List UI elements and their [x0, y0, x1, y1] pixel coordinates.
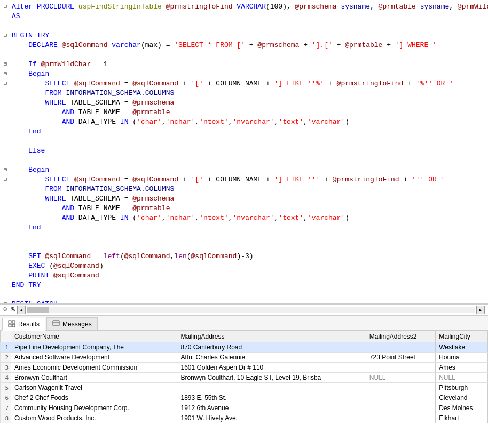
line-content: DECLARE @sqlCommand varchar(max) = 'SELE… [11, 41, 488, 50]
collapse-gutter[interactable]: ⊟ [0, 175, 11, 185]
table-cell: 1901 W. Hively Ave. [177, 413, 366, 423]
code-line [0, 137, 488, 146]
tab-messages[interactable]: Messages [46, 317, 98, 330]
line-content: BEGIN CATCH [11, 300, 488, 304]
collapse-gutter[interactable]: ⊟ [0, 79, 11, 89]
code-line: AND TABLE_NAME = @prmtable [0, 204, 488, 213]
table-cell: Ames [436, 363, 488, 373]
row-num-header [1, 331, 11, 342]
code-line: ⊟ Begin [0, 165, 488, 175]
collapse-gutter[interactable]: ⊟ [0, 69, 11, 79]
results-table: CustomerNameMailingAddressMailingAddress… [0, 331, 488, 423]
code-line: AND DATA_TYPE IN ('char','nchar','ntext'… [0, 213, 488, 223]
tabs-bar: ResultsMessages [0, 316, 488, 331]
row-number: 1 [1, 342, 11, 353]
table-row[interactable]: 7Community Housing Development Corp.1912… [1, 403, 488, 413]
code-line: WHERE TABLE_SCHEMA = @prmschema [0, 98, 488, 108]
code-editor[interactable]: ⊟Alter PROCEDURE uspFindStringInTable @p… [0, 0, 488, 304]
svg-rect-0 [9, 321, 11, 323]
code-line: End [0, 127, 488, 137]
table-cell: 1893 E. 55th St. [177, 393, 366, 403]
line-content: BEGIN TRY [11, 31, 488, 41]
table-cell [366, 393, 435, 403]
line-content: Begin [11, 69, 488, 79]
horizontal-scrollbar[interactable]: ◀ ▶ [17, 306, 485, 314]
row-number: 2 [1, 353, 11, 363]
column-header: MailingAddress [177, 331, 366, 342]
table-cell: Pittsburgh [436, 383, 488, 393]
table-cell: NULL [436, 373, 488, 383]
table-header: CustomerNameMailingAddressMailingAddress… [1, 331, 488, 342]
line-content: Begin [11, 165, 488, 175]
line-content: AND DATA_TYPE IN ('char','nchar','ntext'… [11, 213, 488, 223]
collapse-gutter[interactable]: ⊟ [0, 31, 11, 41]
results-area[interactable]: CustomerNameMailingAddressMailingAddress… [0, 331, 488, 448]
line-content: AND TABLE_NAME = @prmtable [11, 108, 488, 117]
code-line: ⊟ SELECT @sqlCommand = @sqlCommand + '['… [0, 175, 488, 185]
zoom-level: 0 % [3, 306, 15, 314]
table-cell [366, 363, 435, 373]
table-cell [366, 413, 435, 423]
svg-rect-2 [9, 324, 11, 327]
line-content: AND DATA_TYPE IN ('char','nchar','ntext'… [11, 117, 488, 127]
code-line: ⊟ If @prmWildChar = 1 [0, 60, 488, 69]
line-content: PRINT @sqlCommand [11, 271, 488, 281]
status-bar: 0 % ◀ ▶ [0, 304, 488, 316]
table-row[interactable]: 6Chef 2 Chef Foods1893 E. 55th St.Clevel… [1, 393, 488, 403]
code-line [0, 156, 488, 165]
table-cell [366, 383, 435, 393]
code-line [0, 290, 488, 300]
scroll-left-btn[interactable]: ◀ [17, 306, 26, 314]
table-cell [177, 383, 366, 393]
line-content: SET @sqlCommand = left(@sqlCommand,len(@… [11, 252, 488, 261]
table-body: 1Pipe Line Development Company, The870 C… [1, 342, 488, 423]
table-row[interactable]: 8Custom Wood Products, Inc.1901 W. Hivel… [1, 413, 488, 423]
line-content: EXEC (@sqlCommand) [11, 261, 488, 271]
column-header: MailingAddress2 [366, 331, 435, 342]
code-line: Else [0, 146, 488, 156]
table-cell: NULL [366, 373, 435, 383]
table-cell: Elkhart [436, 413, 488, 423]
line-content: If @prmWildChar = 1 [11, 60, 488, 69]
table-cell: Community Housing Development Corp. [11, 403, 177, 413]
table-row[interactable]: 2Advanced Software DevelopmentAttn: Char… [1, 353, 488, 363]
column-header: CustomerName [11, 331, 177, 342]
line-content: Alter PROCEDURE uspFindStringInTable @pr… [11, 2, 488, 12]
table-row[interactable]: 4Bronwyn CoulthartBronwyn Coulthart, 10 … [1, 373, 488, 383]
code-line: END TRY [0, 281, 488, 290]
code-line: AND DATA_TYPE IN ('char','nchar','ntext'… [0, 117, 488, 127]
table-cell: Houma [436, 353, 488, 363]
table-row[interactable]: 5Carlson Wagonlit TravelPittsburgh [1, 383, 488, 393]
table-cell: Ames Economic Development Commission [11, 363, 177, 373]
table-cell: Custom Wood Products, Inc. [11, 413, 177, 423]
row-number: 4 [1, 373, 11, 383]
line-content: SELECT @sqlCommand = @sqlCommand + '[' +… [11, 175, 488, 185]
table-cell: Chef 2 Chef Foods [11, 393, 177, 403]
line-content: End [11, 223, 488, 233]
tab-results[interactable]: Results [2, 318, 45, 331]
code-line: ⊟ SELECT @sqlCommand = @sqlCommand + '['… [0, 79, 488, 89]
collapse-gutter[interactable]: ⊟ [0, 300, 11, 304]
grid-icon [8, 320, 15, 329]
column-header: MailingCity [436, 331, 488, 342]
table-cell: Westlake [436, 342, 488, 353]
line-content: AND TABLE_NAME = @prmtable [11, 204, 488, 213]
svg-rect-1 [12, 321, 15, 323]
table-row[interactable]: 3Ames Economic Development Commission160… [1, 363, 488, 373]
table-cell: 1912 6th Avenue [177, 403, 366, 413]
table-cell: Cleveland [436, 393, 488, 403]
code-line: EXEC (@sqlCommand) [0, 261, 488, 271]
code-line: DECLARE @sqlCommand varchar(max) = 'SELE… [0, 41, 488, 50]
scroll-right-btn[interactable]: ▶ [476, 306, 485, 314]
collapse-gutter[interactable]: ⊟ [0, 60, 11, 69]
scroll-track[interactable] [27, 307, 475, 313]
collapse-gutter[interactable]: ⊟ [0, 165, 11, 175]
table-cell: Bronwyn Coulthart, 10 Eagle ST, Level 19… [177, 373, 366, 383]
table-row[interactable]: 1Pipe Line Development Company, The870 C… [1, 342, 488, 353]
collapse-gutter[interactable]: ⊟ [0, 2, 11, 12]
code-line: AND TABLE_NAME = @prmtable [0, 108, 488, 117]
code-line: ⊟BEGIN TRY [0, 31, 488, 41]
table-cell: Advanced Software Development [11, 353, 177, 363]
code-line [0, 50, 488, 60]
scroll-thumb[interactable] [27, 307, 49, 313]
